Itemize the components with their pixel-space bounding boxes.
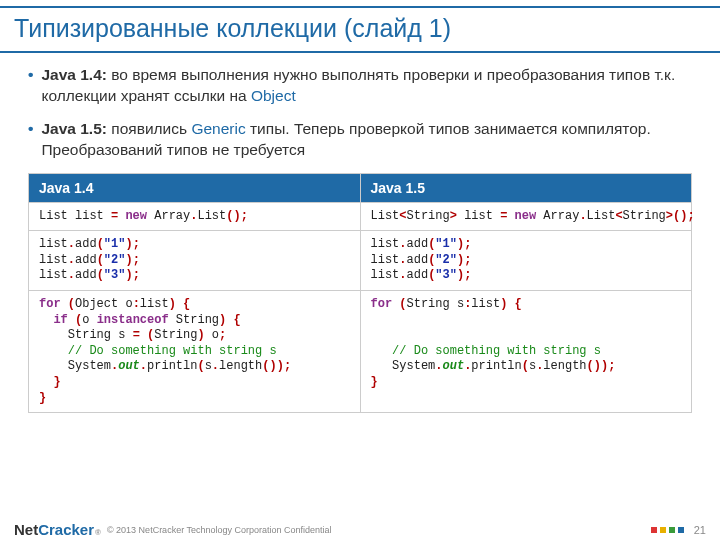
bullet-before: во время выполнения нужно выполнять пров… xyxy=(41,66,675,104)
bullet-text: Java 1.4: во время выполнения нужно выпо… xyxy=(41,65,692,107)
table-row: list.add("1"); list.add("2"); list.add("… xyxy=(29,231,692,291)
logo-reg: ® xyxy=(95,528,101,537)
bullet-keyword: Object xyxy=(251,87,296,104)
copyright: © 2013 NetCracker Technology Corporation… xyxy=(107,525,332,535)
bullet-item: • Java 1.4: во время выполнения нужно вы… xyxy=(28,65,692,107)
code-cell-15: list.add("1"); list.add("2"); list.add("… xyxy=(360,231,692,291)
bullet-prefix: Java 1.5: xyxy=(41,120,107,137)
code-cell-14: for (Object o:list) { if (o instanceof S… xyxy=(29,291,361,413)
slide: Типизированные коллекции (слайд 1) • Jav… xyxy=(0,6,720,540)
page-number: 21 xyxy=(694,524,706,536)
slide-title: Типизированные коллекции (слайд 1) xyxy=(0,6,720,53)
bullet-prefix: Java 1.4: xyxy=(41,66,107,83)
bullet-text: Java 1.5: появились Generic типы. Теперь… xyxy=(41,119,692,161)
bullet-item: • Java 1.5: появились Generic типы. Тепе… xyxy=(28,119,692,161)
brand-dots-icon xyxy=(651,527,684,533)
slide-body: • Java 1.4: во время выполнения нужно вы… xyxy=(0,53,720,413)
logo-cracker: Cracker xyxy=(38,521,94,538)
table-row: List list = new Array.List(); List<Strin… xyxy=(29,202,692,231)
code-cell-14: list.add("1"); list.add("2"); list.add("… xyxy=(29,231,361,291)
logo: NetCracker® © 2013 NetCracker Technology… xyxy=(14,521,332,538)
bullet-before: появились xyxy=(107,120,191,137)
bullet-keyword: Generic xyxy=(191,120,245,137)
code-cell-15: List<String> list = new Array.List<Strin… xyxy=(360,202,692,231)
table-header-row: Java 1.4 Java 1.5 xyxy=(29,173,692,202)
footer-right: 21 xyxy=(651,524,706,536)
table-header: Java 1.4 xyxy=(29,173,361,202)
bullet-dot-icon: • xyxy=(28,119,33,161)
code-cell-14: List list = new Array.List(); xyxy=(29,202,361,231)
code-cell-15: for (String s:list) { // Do something wi… xyxy=(360,291,692,413)
bullet-dot-icon: • xyxy=(28,65,33,107)
logo-net: Net xyxy=(14,521,38,538)
footer: NetCracker® © 2013 NetCracker Technology… xyxy=(14,521,706,538)
comparison-table: Java 1.4 Java 1.5 List list = new Array.… xyxy=(28,173,692,414)
table-row: for (Object o:list) { if (o instanceof S… xyxy=(29,291,692,413)
table-header: Java 1.5 xyxy=(360,173,692,202)
